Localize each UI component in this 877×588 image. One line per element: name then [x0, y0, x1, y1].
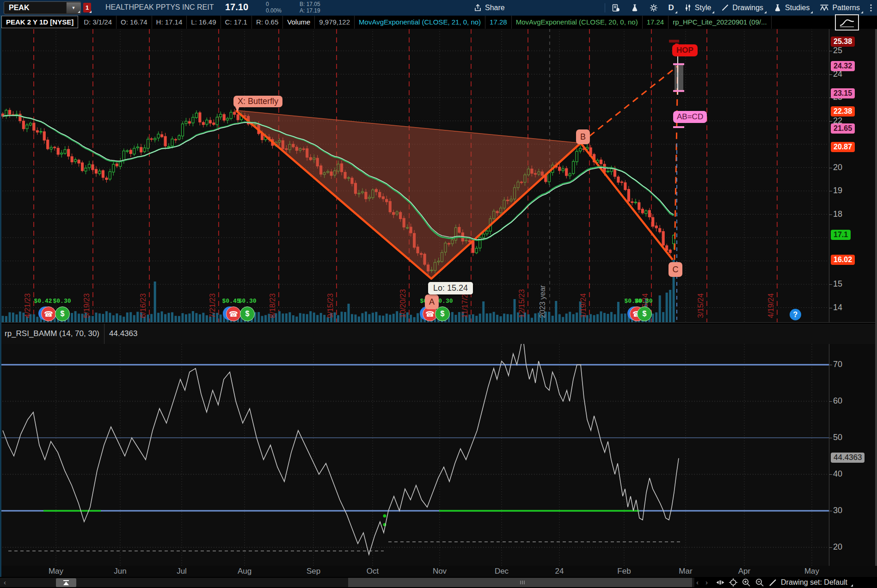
studies-label: Studies — [785, 4, 810, 12]
rsi-pane[interactable]: 706050403020 44.4363 — [0, 344, 877, 566]
date-label-3/15/24: 3/15/24 — [697, 294, 705, 318]
ema20-study-value: 17.24 — [643, 15, 669, 29]
settings-button[interactable] — [645, 2, 662, 14]
price-chart-canvas — [0, 29, 877, 322]
hop-target-label[interactable]: HOP — [672, 44, 698, 56]
help-icon[interactable]: ? — [790, 309, 801, 320]
abcd-label[interactable]: AB=CD — [673, 111, 707, 123]
volume-label: Volume — [283, 15, 315, 29]
scroll-left-arrow[interactable]: ‹ — [4, 578, 6, 587]
point-c-label[interactable]: C — [668, 262, 682, 277]
point-b-label[interactable]: B — [576, 129, 590, 144]
drawings-button[interactable]: Drawings — [717, 2, 767, 14]
pan-icon[interactable] — [716, 578, 725, 587]
price-axis[interactable]: 25242322201918151425.3824.3223.1522.3821… — [829, 29, 877, 322]
scroll-step-left-arrow[interactable]: ‹ — [696, 578, 699, 587]
more-menu-button[interactable] — [866, 2, 876, 14]
toolbar-separator — [605, 3, 605, 12]
bid-ask-block: B: 17.05 A: 17.19 — [300, 1, 320, 14]
rsi-tick-mark — [829, 474, 832, 475]
flask-icon — [630, 3, 639, 12]
earnings-call-icon[interactable]: ☎ — [226, 306, 241, 321]
share-icon — [473, 3, 482, 12]
more-dots-icon — [870, 3, 872, 12]
volume-bars — [2, 260, 675, 322]
chevron-down-icon: ▼ — [72, 6, 76, 10]
patterns-icon — [819, 3, 829, 12]
ohlc-close: C: 17.1 — [221, 15, 252, 29]
time-axis[interactable]: MayJunJulAugSepOctNovDec24FebMarAprMay — [0, 566, 877, 577]
company-name: HEALTHPEAK PPTYS INC REIT — [105, 3, 214, 12]
butterfly-x-label[interactable]: X: Butterfly — [233, 96, 282, 107]
event-amount-label: $0.30 — [238, 298, 256, 305]
right-scroll-strip[interactable] — [875, 29, 877, 566]
event-amount-label: $0.42 — [34, 298, 52, 305]
style-button[interactable]: Style — [680, 2, 715, 14]
price-tick-label: 20 — [833, 163, 842, 172]
curve-icon — [839, 18, 855, 28]
symbol-input[interactable]: PEAK ▼ — [4, 1, 81, 14]
thumb-grip-icon — [520, 581, 527, 584]
ohlc-range: R: 0.65 — [252, 15, 283, 29]
low-tooltip[interactable]: Lo: 15.24 — [428, 282, 473, 294]
top-toolbar: PEAK ▼ 1 HEALTHPEAK PPTYS INC REIT 17.10… — [0, 0, 877, 16]
price-badge-22.38: 22.38 — [831, 106, 855, 116]
patterns-button[interactable]: Patterns — [816, 2, 864, 14]
dividend-icon[interactable]: $ — [55, 306, 70, 321]
chart-header: PEAK 2 Y 1D [NYSE] D: 3/1/24 O: 16.74 H:… — [0, 15, 877, 29]
month-label-May: May — [804, 567, 819, 576]
chart-controls: Drawing set: Default — [716, 577, 854, 588]
price-badge-24.32: 24.32 — [831, 61, 855, 71]
price-badge-21.65: 21.65 — [831, 123, 855, 134]
month-label-Jun: Jun — [114, 567, 126, 576]
month-label-Oct: Oct — [367, 567, 379, 576]
notes-button[interactable]: i — [607, 2, 624, 14]
rsi-study-value: 44.4363 — [104, 324, 142, 344]
custom-study-label[interactable]: rp_HPC_Lite_20220901 (09/... — [668, 15, 771, 29]
jump-to-start-button[interactable] — [56, 578, 76, 587]
earnings-call-icon[interactable]: ☎ — [41, 306, 56, 321]
dividend-icon[interactable]: $ — [240, 306, 255, 321]
symbol-value: PEAK — [4, 4, 66, 12]
date-label-9/15/23: 9/15/23 — [326, 294, 335, 318]
event-amount-label: $0.30 — [634, 298, 652, 305]
draw-line-icon[interactable] — [768, 578, 777, 587]
drawing-set-selector[interactable]: Drawing set: Default — [781, 578, 854, 587]
price-tick-label: 15 — [833, 279, 842, 289]
chart-title[interactable]: PEAK 2 Y 1D [NYSE] — [1, 16, 78, 28]
rsi-canvas — [0, 344, 877, 566]
price-tick-label: 18 — [833, 209, 842, 219]
svg-text:i: i — [618, 8, 619, 11]
price-tick-mark — [829, 51, 832, 51]
crosshair-icon[interactable] — [729, 578, 738, 587]
share-button[interactable]: Share — [470, 2, 509, 14]
rsi-tick-label: 60 — [833, 396, 842, 406]
point-a-label[interactable]: A — [425, 294, 439, 309]
rsi-value-badge: 44.4363 — [831, 453, 865, 463]
scroll-step-right-arrow[interactable]: › — [705, 578, 708, 587]
date-label-12/15/23: 12/15/23 — [518, 289, 526, 318]
dividend-icon[interactable]: $ — [637, 306, 652, 321]
curve-tool-button[interactable] — [835, 14, 859, 31]
price-chart-pane[interactable]: 25242322201918151425.3824.3223.1522.3821… — [0, 29, 877, 322]
rsi-study-label[interactable]: rp_RSI_BAMM (14, 70, 30) — [0, 324, 104, 344]
zoom-in-icon[interactable] — [742, 578, 751, 588]
ema21-study-label[interactable]: MovAvgExponential (CLOSE, 21, 0, no) — [355, 15, 485, 29]
ema20-study-label[interactable]: MovAvgExponential (CLOSE, 20, 0, no) — [512, 15, 643, 29]
scrollbar-thumb[interactable] — [348, 578, 692, 587]
rsi-tick-label: 50 — [833, 433, 842, 442]
analyze-button[interactable] — [626, 2, 643, 14]
timeframe-button[interactable]: D — [664, 2, 677, 14]
jump-triangle-icon — [63, 582, 69, 585]
price-badge-16.02: 16.02 — [831, 255, 855, 265]
zoom-out-icon[interactable] — [755, 578, 765, 588]
price-badge-25.38: 25.38 — [831, 37, 855, 47]
change-percent: 0.00% — [266, 7, 282, 14]
rsi-tick-label: 30 — [833, 506, 842, 515]
date-label-10/20/23: 10/20/23 — [399, 289, 407, 318]
drawings-label: Drawings — [732, 4, 763, 12]
studies-button[interactable]: Studies — [769, 2, 813, 14]
symbol-dropdown-button[interactable]: ▼ — [66, 2, 80, 13]
link-group-badge[interactable]: 1 — [83, 3, 91, 12]
date-label-1/19/24: 1/19/24 — [579, 294, 588, 318]
